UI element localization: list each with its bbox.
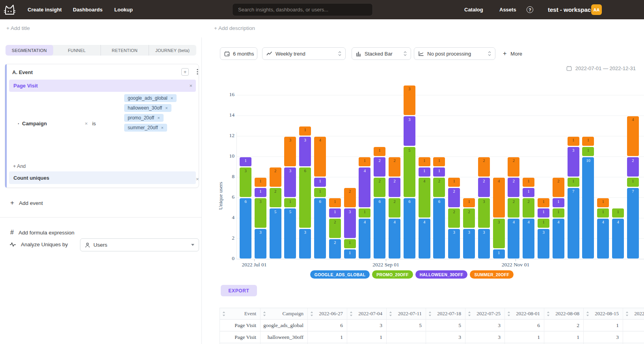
bar-segment[interactable]: 1 bbox=[314, 188, 326, 197]
bar-segment[interactable]: 4 bbox=[493, 178, 505, 218]
help-icon[interactable]: ? bbox=[527, 6, 533, 13]
bar-segment[interactable]: 3 bbox=[448, 229, 460, 258]
bar-segment[interactable]: 3 bbox=[284, 167, 296, 197]
bar-segment[interactable]: 4 bbox=[508, 219, 519, 258]
bar-segment[interactable]: 2 bbox=[389, 157, 400, 177]
bar-segment[interactable]: 2 bbox=[627, 157, 639, 177]
filter-value-pill[interactable]: promo_20off× bbox=[124, 114, 164, 122]
duplicate-event-button[interactable]: + bbox=[181, 68, 189, 76]
bar-segment[interactable]: 7 bbox=[568, 188, 579, 258]
sort-icon[interactable] bbox=[310, 311, 313, 316]
bar-segment[interactable]: 2 bbox=[508, 157, 519, 177]
tab-journey-beta[interactable]: JOURNEY (beta) bbox=[149, 45, 197, 56]
bar-segment[interactable]: 1 bbox=[568, 178, 579, 187]
bar-segment[interactable]: 2 bbox=[329, 219, 341, 238]
nav-catalog[interactable]: Catalog bbox=[464, 0, 483, 19]
cat-logo-icon[interactable] bbox=[3, 4, 16, 16]
bar-segment[interactable]: 2 bbox=[553, 178, 564, 197]
bar-segment[interactable]: 1 bbox=[523, 178, 534, 187]
bar-segment[interactable]: 1 bbox=[627, 178, 639, 187]
bar-segment[interactable]: 4 bbox=[419, 219, 430, 258]
bar-segment[interactable]: 4 bbox=[523, 219, 534, 258]
sort-icon[interactable] bbox=[625, 311, 629, 316]
bar-segment[interactable]: 10 bbox=[582, 157, 594, 258]
bar-segment[interactable]: 2 bbox=[374, 178, 385, 197]
bar-segment[interactable]: 4 bbox=[389, 219, 400, 258]
bar-segment[interactable]: 2 bbox=[389, 198, 400, 218]
bar-segment[interactable]: 1 bbox=[597, 208, 609, 218]
bar-segment[interactable]: 3 bbox=[344, 208, 356, 238]
sort-icon[interactable] bbox=[222, 311, 225, 316]
legend-item-google_ads_global[interactable]: GOOGLE_ADS_GLOBAL bbox=[310, 270, 370, 279]
analyze-by-select[interactable]: Users bbox=[80, 238, 199, 251]
bar-segment[interactable]: 1 bbox=[284, 198, 296, 207]
event-selector[interactable]: Page Visit × bbox=[9, 80, 196, 92]
remove-event-icon[interactable]: × bbox=[189, 83, 192, 89]
bar-segment[interactable]: 3 bbox=[404, 86, 415, 115]
bar-segment[interactable]: 3 bbox=[478, 198, 490, 228]
bar-segment[interactable]: 3 bbox=[404, 116, 415, 146]
aggregation-selector[interactable]: Count uniques bbox=[9, 171, 196, 184]
legend-item-halloween_30off[interactable]: HALLOWEEN_30OFF bbox=[415, 270, 468, 279]
sort-icon[interactable] bbox=[586, 311, 589, 316]
search-input[interactable] bbox=[232, 3, 373, 16]
column-header[interactable]: 2022-08-01 bbox=[505, 308, 544, 320]
bar-segment[interactable]: 4 bbox=[627, 116, 639, 156]
post-processing-select[interactable]: No post processing bbox=[414, 47, 495, 60]
add-title-field[interactable]: + Add title bbox=[6, 25, 30, 31]
column-header[interactable]: 2022-07-18 bbox=[426, 308, 465, 320]
bar-segment[interactable]: 3 bbox=[255, 229, 266, 258]
nav-dashboards[interactable]: Dashboards bbox=[73, 0, 102, 19]
bar-segment[interactable]: 2 bbox=[448, 208, 460, 228]
bar-segment[interactable]: 4 bbox=[359, 167, 370, 207]
time-window-button[interactable]: 6 months bbox=[220, 47, 257, 60]
bar-segment[interactable]: 1 bbox=[255, 188, 266, 197]
bar-segment[interactable]: 1 bbox=[553, 208, 564, 218]
legend-item-summer_20off[interactable]: SUMMER_20OFF bbox=[470, 270, 514, 279]
bar-segment[interactable]: 1 bbox=[597, 198, 609, 207]
bar-segment[interactable]: 1 bbox=[419, 157, 430, 166]
bar-segment[interactable]: 2 bbox=[478, 157, 490, 177]
bar-segment[interactable]: 1 bbox=[299, 126, 311, 136]
filter-operator[interactable]: is bbox=[92, 121, 96, 126]
export-button[interactable]: EXPORT bbox=[221, 285, 257, 296]
bar-segment[interactable]: 1 bbox=[553, 198, 564, 207]
nav-lookup[interactable]: Lookup bbox=[114, 0, 133, 19]
remove-filter-icon[interactable]: × bbox=[85, 121, 88, 126]
bar-segment[interactable]: 2 bbox=[389, 178, 400, 197]
bar-segment[interactable]: 1 bbox=[493, 249, 505, 258]
column-header[interactable]: 2022-06-27 bbox=[308, 308, 347, 320]
bar-segment[interactable]: 3 bbox=[493, 219, 505, 248]
bar-segment[interactable]: 1 bbox=[329, 198, 341, 207]
bar-segment[interactable]: 3 bbox=[463, 229, 475, 258]
remove-value-icon[interactable]: × bbox=[165, 106, 168, 110]
bar-segment[interactable]: 3 bbox=[284, 137, 296, 166]
column-header[interactable]: 2022-08-22 bbox=[623, 308, 644, 320]
sort-icon[interactable] bbox=[263, 311, 266, 316]
bar-segment[interactable]: 3 bbox=[568, 147, 579, 177]
bar-segment[interactable]: 6 bbox=[240, 198, 251, 258]
event-menu-icon[interactable] bbox=[197, 69, 198, 75]
remove-value-icon[interactable]: × bbox=[157, 115, 160, 120]
filter-value-pill[interactable]: summer_20off× bbox=[124, 124, 167, 132]
add-and-condition[interactable]: + And bbox=[13, 164, 26, 169]
bar-segment[interactable]: 2 bbox=[508, 198, 519, 218]
bar-segment[interactable]: 5 bbox=[284, 208, 296, 258]
bar-segment[interactable]: 1 bbox=[582, 147, 594, 156]
bar-segment[interactable]: 2 bbox=[329, 239, 341, 258]
remove-value-icon[interactable]: × bbox=[171, 96, 173, 100]
tab-retention[interactable]: RETENTION bbox=[101, 45, 149, 56]
bar-segment[interactable]: 6 bbox=[299, 167, 311, 228]
bar-segment[interactable]: 1 bbox=[419, 167, 430, 177]
bar-segment[interactable]: 1 bbox=[344, 249, 356, 258]
sort-icon[interactable] bbox=[547, 311, 550, 316]
bar-segment[interactable]: 1 bbox=[538, 219, 549, 228]
filter-value-pill[interactable]: google_ads_global× bbox=[124, 94, 177, 102]
bar-segment[interactable]: 6 bbox=[374, 198, 385, 258]
bar-segment[interactable]: 4 bbox=[419, 178, 430, 218]
sort-icon[interactable] bbox=[428, 311, 432, 316]
bar-segment[interactable]: 4 bbox=[359, 219, 370, 258]
legend-item-promo_20off[interactable]: PROMO_20OFF bbox=[372, 270, 413, 279]
nav-create-insight[interactable]: Create insight bbox=[28, 0, 62, 19]
column-header[interactable]: 2022-07-25 bbox=[465, 308, 505, 320]
